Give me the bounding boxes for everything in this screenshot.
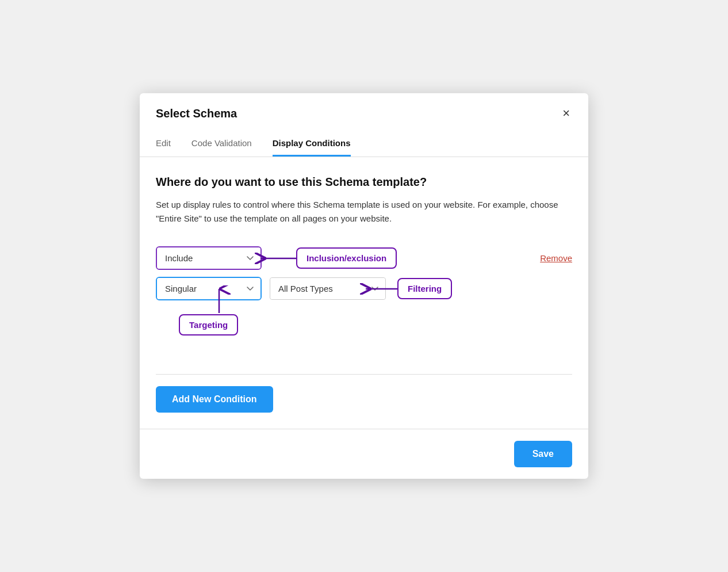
- description-text: Set up display rules to control where th…: [156, 198, 572, 226]
- save-button[interactable]: Save: [514, 441, 572, 467]
- tab-display-conditions[interactable]: Display Conditions: [273, 131, 351, 157]
- tab-edit[interactable]: Edit: [156, 131, 171, 157]
- modal-footer: Save: [140, 429, 588, 479]
- include-select[interactable]: Include Exclude: [157, 247, 260, 269]
- remove-button[interactable]: Remove: [528, 253, 572, 263]
- annotation-targeting: Targeting: [179, 314, 238, 335]
- arrow-targeting: [208, 285, 242, 314]
- arrow-inclusion: [255, 247, 301, 270]
- close-button[interactable]: ×: [560, 105, 572, 122]
- arrow-filtering: [360, 277, 400, 300]
- modal-header: Select Schema ×: [140, 93, 588, 122]
- modal: Select Schema × Edit Code Validation Dis…: [140, 93, 588, 479]
- annotation-filtering: Filtering: [397, 278, 452, 299]
- annotation-inclusion: Inclusion/exclusion: [296, 247, 397, 269]
- tabs-bar: Edit Code Validation Display Conditions: [140, 131, 588, 157]
- divider: [156, 374, 572, 375]
- section-heading: Where do you want to use this Schema tem…: [156, 176, 572, 189]
- tab-code-validation[interactable]: Code Validation: [191, 131, 252, 157]
- add-new-condition-button[interactable]: Add New Condition: [156, 386, 273, 413]
- modal-body: Where do you want to use this Schema tem…: [140, 157, 588, 429]
- modal-title: Select Schema: [156, 107, 237, 120]
